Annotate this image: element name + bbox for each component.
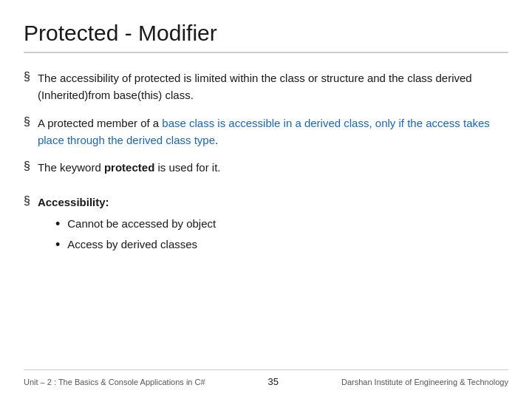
bullet-text-2: A protected member of a base class is ac… bbox=[38, 115, 508, 149]
sub-bullet-text-2: Access by derived classes bbox=[67, 236, 197, 252]
bullet-text-3: The keyword protected is used for it. bbox=[38, 159, 221, 176]
slide-title: Protected - Modifier bbox=[24, 21, 508, 53]
sub-bullet-item-1: • Cannot be accessed by object bbox=[55, 216, 216, 233]
keyword-protected: protected bbox=[104, 161, 154, 174]
bullet-item-2: § A protected member of a base class is … bbox=[24, 115, 508, 149]
bullet-text-1: The accessibility of protected is limite… bbox=[38, 69, 508, 104]
footer-center: 35 bbox=[268, 376, 279, 387]
bullet-item-1: § The accessibility of protected is limi… bbox=[24, 69, 508, 104]
accessibility-label: Accessibility: bbox=[38, 196, 109, 208]
bullet-item-3: § The keyword protected is used for it. bbox=[24, 159, 508, 176]
bullet-item-4: § Accessibility: • Cannot be accessed by… bbox=[24, 194, 508, 257]
sub-bullet-dot-1: • bbox=[55, 216, 60, 233]
sub-bullet-text-1: Cannot be accessed by object bbox=[67, 216, 216, 231]
content-area: § The accessibility of protected is limi… bbox=[24, 62, 508, 369]
sub-bullets: • Cannot be accessed by object • Access … bbox=[55, 216, 216, 254]
sub-bullet-item-2: • Access by derived classes bbox=[55, 236, 216, 253]
blue-text-span: base class is accessible in a derived cl… bbox=[38, 117, 490, 146]
accessibility-section: Accessibility: • Cannot be accessed by o… bbox=[38, 194, 216, 257]
bullet-icon-1: § bbox=[24, 70, 30, 83]
bullet-icon-2: § bbox=[24, 115, 30, 129]
footer: Unit – 2 : The Basics & Console Applicat… bbox=[24, 369, 508, 387]
sub-bullet-dot-2: • bbox=[55, 236, 60, 253]
bullet-icon-3: § bbox=[24, 160, 30, 173]
slide-container: Protected - Modifier § The accessibility… bbox=[0, 0, 532, 399]
footer-right: Darshan Institute of Engineering & Techn… bbox=[341, 378, 508, 386]
footer-left: Unit – 2 : The Basics & Console Applicat… bbox=[24, 378, 205, 386]
bullet-icon-4: § bbox=[24, 194, 30, 208]
